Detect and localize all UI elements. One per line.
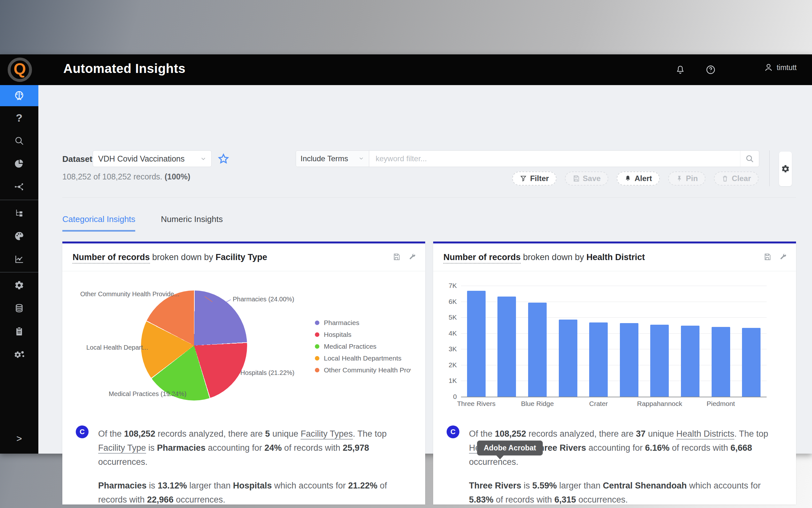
legend-label: Medical Practices bbox=[324, 343, 377, 350]
configure-wrench-icon[interactable] bbox=[779, 253, 787, 262]
trash-icon bbox=[721, 175, 728, 182]
pin-icon bbox=[676, 175, 683, 182]
metric-link[interactable]: Number of records bbox=[73, 252, 150, 264]
search-button[interactable] bbox=[740, 151, 759, 167]
bar[interactable] bbox=[681, 326, 700, 397]
tab-categorical-insights[interactable]: Categorical Insights bbox=[62, 214, 135, 231]
notifications-bell-icon[interactable] bbox=[673, 63, 687, 77]
bar[interactable] bbox=[712, 327, 730, 397]
pie[interactable] bbox=[141, 291, 247, 400]
bar[interactable] bbox=[497, 297, 516, 397]
alert-button[interactable]: Alert bbox=[617, 171, 660, 185]
search-icon bbox=[14, 136, 24, 146]
y-axis-tick-label: 7K bbox=[439, 282, 457, 290]
gridline bbox=[461, 286, 767, 286]
help-icon[interactable] bbox=[704, 63, 718, 77]
tab-numeric-insights[interactable]: Numeric Insights bbox=[161, 214, 223, 231]
bar[interactable] bbox=[589, 323, 608, 397]
legend-item[interactable]: Other Community Health Prov bbox=[315, 364, 411, 376]
sidebar-item-tasks[interactable] bbox=[0, 320, 38, 343]
sidebar-item-themes[interactable] bbox=[0, 224, 38, 248]
export-save-icon[interactable] bbox=[763, 253, 771, 262]
funnel-icon bbox=[520, 175, 527, 182]
clear-button[interactable]: Clear bbox=[714, 171, 759, 185]
bar[interactable] bbox=[528, 303, 547, 397]
app-header: Q Automated Insights timtutt bbox=[0, 54, 812, 85]
pie-label-pharmacies: Pharmacies (24.00%) bbox=[233, 296, 294, 303]
x-axis-tick-label: Piedmont bbox=[707, 400, 735, 408]
records-percent: (100%) bbox=[164, 172, 191, 181]
action-button-row: Filter Save Alert Pin Clear bbox=[512, 171, 759, 185]
y-axis-tick-label: 1K bbox=[439, 377, 457, 384]
bar[interactable] bbox=[620, 323, 638, 397]
terms-mode-select[interactable]: Include Terms bbox=[296, 151, 369, 167]
x-axis-tick-label: Blue Ridge bbox=[521, 400, 554, 408]
sidebar-item-charts[interactable] bbox=[0, 152, 38, 175]
settings-side-panel[interactable] bbox=[779, 152, 792, 186]
dataset-label: Dataset: bbox=[62, 154, 95, 164]
app-window: Q Automated Insights timtutt ? bbox=[0, 54, 812, 454]
sidebar-item-help[interactable]: ? bbox=[0, 106, 38, 129]
os-tooltip: Adobe Acrobat bbox=[477, 440, 543, 456]
card-title: Number of records broken down by Facilit… bbox=[73, 252, 267, 262]
legend-item[interactable]: Hospitals bbox=[315, 329, 411, 340]
bar-plot bbox=[461, 286, 767, 397]
filter-button[interactable]: Filter bbox=[512, 171, 557, 185]
user-icon bbox=[764, 63, 773, 72]
legend-label: Pharmacies bbox=[324, 319, 359, 327]
hierarchy-icon bbox=[14, 208, 24, 218]
sidebar-expand-chevron[interactable]: > bbox=[0, 433, 38, 444]
sidebar-item-data[interactable] bbox=[0, 297, 38, 320]
user-menu[interactable]: timtutt bbox=[764, 63, 797, 72]
legend-item[interactable]: Medical Practices bbox=[315, 340, 411, 352]
legend-item[interactable]: Pharmacies bbox=[315, 317, 411, 329]
sidebar-item-search[interactable] bbox=[0, 129, 38, 152]
health-district-card: Number of records broken down by Health … bbox=[433, 242, 796, 505]
facility-type-card: Number of records broken down by Facilit… bbox=[62, 242, 425, 505]
toolbar-divider bbox=[62, 197, 796, 198]
keyword-filter-input[interactable] bbox=[369, 151, 740, 167]
dataset-select[interactable]: VDH Covid Vaccinations bbox=[93, 151, 211, 167]
bar[interactable] bbox=[559, 320, 577, 397]
bar[interactable] bbox=[742, 328, 761, 397]
legend-dot bbox=[315, 356, 319, 361]
terms-mode-value: Include Terms bbox=[300, 154, 348, 163]
save-button[interactable]: Save bbox=[565, 171, 608, 185]
y-axis-tick-label: 5K bbox=[439, 313, 457, 321]
insight-paragraph: Three Rivers is 5.59% larger than Centra… bbox=[469, 478, 781, 505]
sidebar-item-network[interactable] bbox=[0, 175, 38, 198]
metric-link[interactable]: Number of records bbox=[443, 252, 521, 264]
qrvey-logo: Q bbox=[8, 57, 32, 82]
sidebar-item-insights[interactable] bbox=[0, 85, 38, 106]
search-icon bbox=[745, 154, 754, 163]
sidebar-item-trends[interactable] bbox=[0, 248, 38, 271]
bell-icon bbox=[624, 175, 631, 182]
legend-item[interactable]: Local Health Departments bbox=[315, 352, 411, 364]
bar[interactable] bbox=[467, 291, 486, 397]
pie-label-other-community: Other Community Health Provide... bbox=[80, 291, 179, 298]
sidebar-item-services[interactable] bbox=[0, 343, 38, 366]
x-axis-tick-label: Crater bbox=[589, 400, 608, 408]
favorite-star-icon[interactable] bbox=[218, 153, 230, 165]
legend-dot bbox=[315, 368, 319, 372]
insight-paragraph: Of the 108,252 records analyzed, there a… bbox=[98, 427, 411, 469]
database-icon bbox=[14, 303, 24, 313]
bar[interactable] bbox=[650, 325, 669, 397]
legend-label: Hospitals bbox=[324, 331, 351, 338]
card-header: Number of records broken down by Facilit… bbox=[62, 244, 425, 271]
question-mark-icon: ? bbox=[16, 112, 23, 124]
pie-legend: PharmaciesHospitalsMedical PracticesLoca… bbox=[315, 317, 411, 376]
export-save-icon[interactable] bbox=[393, 253, 400, 262]
sidebar-item-settings[interactable] bbox=[0, 274, 38, 297]
insight-block: C Of the 108,252 records analyzed, there… bbox=[433, 410, 796, 505]
configure-wrench-icon[interactable] bbox=[409, 253, 416, 262]
dataset-value: VDH Covid Vaccinations bbox=[98, 154, 185, 164]
network-icon bbox=[14, 181, 25, 192]
palette-icon bbox=[14, 230, 25, 242]
pie-label-hospitals: Hospitals (21.22%) bbox=[240, 369, 294, 377]
y-axis-tick-label: 3K bbox=[439, 345, 457, 353]
card-header: Number of records broken down by Health … bbox=[433, 244, 796, 271]
sidebar-item-hierarchy[interactable] bbox=[0, 202, 38, 224]
pin-button[interactable]: Pin bbox=[668, 171, 706, 185]
save-icon bbox=[573, 175, 580, 182]
